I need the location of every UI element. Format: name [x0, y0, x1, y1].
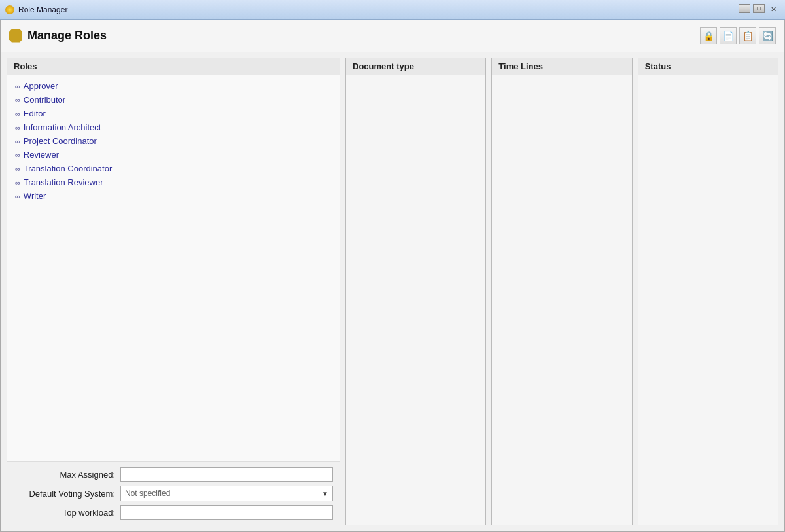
content-area: Roles ∞Approver∞Contributor∞Editor∞Infor…: [1, 52, 784, 531]
role-link-icon: ∞: [15, 151, 20, 159]
role-link-icon: ∞: [15, 192, 20, 200]
role-item-label: Translation Coordinator: [24, 164, 112, 173]
roles-list[interactable]: ∞Approver∞Contributor∞Editor∞Information…: [7, 75, 340, 461]
manage-roles-icon: [9, 29, 22, 43]
max-assigned-row: Max Assigned:: [14, 467, 333, 482]
default-voting-value: Not specified: [125, 489, 170, 498]
new-button[interactable]: 📄: [720, 27, 737, 44]
top-workload-input[interactable]: [120, 505, 333, 520]
list-item[interactable]: ∞Reviewer: [10, 148, 337, 162]
page-title: Manage Roles: [27, 29, 107, 43]
list-item[interactable]: ∞Translation Coordinator: [10, 162, 337, 175]
list-item[interactable]: ∞Writer: [10, 189, 337, 203]
refresh-button[interactable]: 🔄: [759, 27, 776, 44]
header-toolbar: 🔒 📄 📋 🔄: [700, 27, 776, 44]
list-item[interactable]: ∞Editor: [10, 107, 337, 120]
role-item-label: Project Coordinator: [24, 136, 97, 146]
role-item-label: Writer: [24, 191, 46, 201]
status-panel: Status: [638, 58, 778, 525]
right-panels: Document type Time Lines Status: [345, 58, 778, 525]
role-link-icon: ∞: [15, 124, 20, 132]
copy-button[interactable]: 📋: [739, 27, 756, 44]
lock-button[interactable]: 🔒: [700, 27, 717, 44]
document-type-header: Document type: [345, 58, 486, 75]
close-button[interactable]: ✕: [767, 4, 780, 15]
top-workload-label: Top workload:: [14, 508, 115, 518]
header-bar: Manage Roles 🔒 📄 📋 🔄: [1, 20, 784, 52]
max-assigned-input[interactable]: [120, 467, 333, 482]
time-lines-content: [491, 75, 632, 525]
status-content: [638, 75, 778, 525]
app-icon: [5, 5, 14, 14]
role-item-label: Approver: [24, 81, 58, 91]
role-link-icon: ∞: [15, 82, 20, 90]
list-item[interactable]: ∞Contributor: [10, 93, 337, 107]
default-voting-label: Default Voting System:: [14, 489, 115, 499]
list-item[interactable]: ∞Approver: [10, 79, 337, 93]
main-window: Manage Roles 🔒 📄 📋 🔄 Roles ∞Approver∞Con…: [0, 20, 785, 532]
header-title-group: Manage Roles: [9, 29, 107, 43]
bottom-form: Max Assigned: Default Voting System: Not…: [7, 461, 340, 525]
time-lines-header: Time Lines: [491, 58, 632, 75]
restore-button[interactable]: □: [753, 4, 765, 13]
minimize-button[interactable]: ─: [739, 4, 750, 13]
window-controls: ─ □ ✕: [739, 4, 780, 15]
left-panel: Roles ∞Approver∞Contributor∞Editor∞Infor…: [7, 58, 340, 525]
role-link-icon: ∞: [15, 110, 20, 118]
role-item-label: Editor: [24, 109, 46, 118]
roles-panel-header: Roles: [7, 58, 340, 75]
document-type-content: [345, 75, 486, 525]
role-link-icon: ∞: [15, 165, 20, 173]
document-type-panel: Document type: [345, 58, 486, 525]
top-workload-row: Top workload:: [14, 505, 333, 520]
list-item[interactable]: ∞Information Architect: [10, 120, 337, 134]
default-voting-row: Default Voting System: Not specified ▼: [14, 486, 333, 501]
chevron-down-icon: ▼: [322, 490, 328, 497]
role-link-icon: ∞: [15, 179, 20, 186]
default-voting-select[interactable]: Not specified ▼: [120, 486, 333, 501]
role-item-label: Translation Reviewer: [24, 177, 103, 187]
title-bar: Role Manager ─ □ ✕: [0, 0, 785, 20]
time-lines-panel: Time Lines: [491, 58, 632, 525]
role-item-label: Information Architect: [24, 122, 101, 132]
role-item-label: Reviewer: [24, 150, 59, 160]
max-assigned-label: Max Assigned:: [14, 470, 115, 480]
status-header: Status: [638, 58, 778, 75]
title-bar-text: Role Manager: [18, 5, 735, 14]
list-item[interactable]: ∞Translation Reviewer: [10, 175, 337, 189]
role-item-label: Contributor: [24, 95, 65, 105]
role-link-icon: ∞: [15, 137, 20, 145]
role-link-icon: ∞: [15, 96, 20, 104]
list-item[interactable]: ∞Project Coordinator: [10, 134, 337, 148]
